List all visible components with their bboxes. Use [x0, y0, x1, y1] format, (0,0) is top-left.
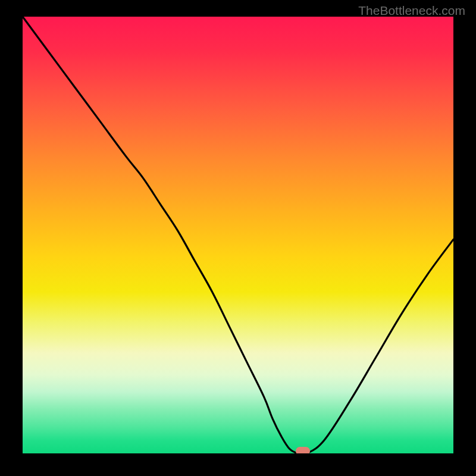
plot-area: [23, 17, 453, 453]
bottleneck-curve: [23, 17, 453, 453]
minimum-marker: [296, 447, 310, 453]
bottleneck-curve-svg: [23, 17, 453, 453]
watermark-text: TheBottleneck.com: [358, 4, 465, 18]
